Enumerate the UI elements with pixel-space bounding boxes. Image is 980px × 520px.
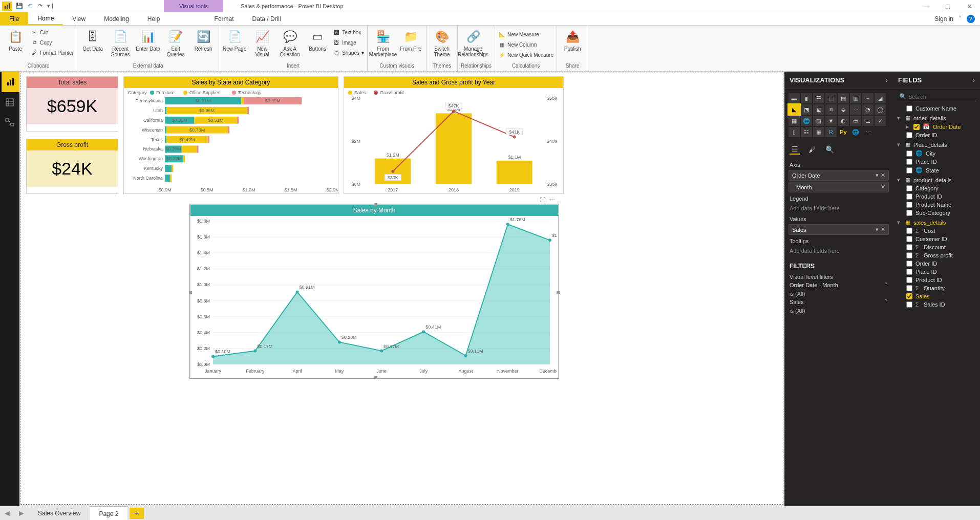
qat-dropdown[interactable]: ▾ | (45, 3, 55, 9)
signin-link[interactable]: Sign in (934, 15, 953, 23)
field-discount[interactable]: ΣDiscount (893, 243, 980, 251)
field-sales-id[interactable]: ΣSales ID (893, 300, 980, 309)
field-place-id[interactable]: Place ID (893, 158, 980, 166)
new-page-button[interactable]: 📄New Page (222, 28, 247, 52)
field-customer-name[interactable]: Customer Name (893, 104, 980, 113)
new-column-button[interactable]: ▦New Column (498, 40, 553, 49)
field-cost[interactable]: ΣCost (893, 227, 980, 235)
viz-ribbon[interactable]: ≋ (825, 104, 837, 115)
field-gross-profit[interactable]: ΣGross profit (893, 251, 980, 259)
viz-gauge[interactable]: ◐ (838, 116, 849, 126)
chart-sales-by-month[interactable]: ⛶ ⋯ Sales by Month $0.0M$0.2M$0.4M$0.6M$… (190, 204, 559, 378)
nav-data-icon[interactable] (0, 92, 19, 113)
viz-line[interactable]: ⌁ (862, 93, 874, 103)
table-order-details[interactable]: ▾▦order_details (893, 113, 980, 122)
new-quick-measure-button[interactable]: ⚡New Quick Measure (498, 50, 553, 59)
viz-donut[interactable]: ◯ (875, 104, 886, 115)
new-visual-button[interactable]: 📈New Visual (250, 28, 274, 57)
save-icon[interactable]: 💾 (14, 3, 25, 9)
new-measure-button[interactable]: 📐New Measure (498, 30, 553, 39)
collapse-icon[interactable]: › (973, 76, 975, 84)
from-file-button[interactable]: 📁From File (398, 28, 423, 52)
viz-100col[interactable]: ▥ (850, 93, 861, 103)
minimize-button[interactable]: — (915, 0, 937, 12)
field-order-id[interactable]: Order ID (893, 131, 980, 139)
format-tab-icon[interactable]: 🖌 (807, 144, 817, 155)
viz-stacked-col[interactable]: ▮ (801, 93, 812, 103)
viz-matrix[interactable]: ▦ (813, 127, 824, 137)
viz-clustered-bar[interactable]: ☰ (813, 93, 824, 103)
redo-icon[interactable]: ↷ (35, 3, 45, 9)
viz-filled-map[interactable]: ▨ (813, 116, 824, 126)
maximize-button[interactable]: ▢ (937, 0, 958, 12)
chart-sales-gp-year[interactable]: Sales and Gross profit by Year SalesGros… (344, 76, 564, 194)
field-product-id[interactable]: Product ID (893, 192, 980, 201)
viz-treemap[interactable]: ▦ (789, 116, 800, 126)
get-data-button[interactable]: 🗄Get Data (80, 28, 105, 52)
tab-datadrill[interactable]: Data / Drill (243, 12, 290, 25)
field-order-id-2[interactable]: Order ID (893, 259, 980, 268)
buttons-button[interactable]: ▭Buttons (305, 28, 330, 52)
nav-report-icon[interactable] (0, 72, 19, 92)
viz-multirow[interactable]: ☲ (862, 116, 874, 126)
tab-format[interactable]: Format (205, 12, 243, 25)
file-menu[interactable]: File (0, 12, 28, 25)
viz-line-col[interactable]: ⬔ (801, 104, 812, 115)
page-tab-1[interactable]: Sales Overview (29, 506, 90, 521)
from-marketplace-button[interactable]: 🏪From Marketplace (371, 28, 395, 57)
close-button[interactable]: ✕ (958, 0, 980, 12)
chart-sales-by-state[interactable]: Sales by State and Category CategoryFurn… (123, 76, 338, 194)
viz-stacked-area[interactable]: ◣ (789, 104, 800, 115)
remove-icon[interactable]: ✕ (879, 172, 885, 178)
field-product-name[interactable]: Product Name (893, 201, 980, 209)
well-axis-order-date[interactable]: Order Date▾✕ (789, 170, 889, 181)
copy-button[interactable]: ⧉Copy (31, 38, 74, 47)
table-place-details[interactable]: ▾▦Place_details (893, 139, 980, 149)
chevron-down-icon[interactable]: ˅ (958, 15, 962, 23)
focus-mode-icon[interactable]: ⛶ (540, 197, 545, 203)
paste-button[interactable]: 📋Paste (3, 28, 28, 52)
switch-theme-button[interactable]: 🎨Switch Theme (430, 28, 454, 57)
field-sub-category[interactable]: Sub-Category (893, 209, 980, 217)
field-sales[interactable]: Sales (893, 292, 980, 300)
tab-modeling[interactable]: Modeling (95, 12, 138, 25)
add-page-button[interactable]: + (130, 508, 144, 519)
table-product-details[interactable]: ▾▦product_details (893, 175, 980, 184)
well-legend-empty[interactable]: Add data fields here (789, 204, 889, 213)
fields-tab-icon[interactable]: ☰ (790, 144, 800, 155)
edit-queries-button[interactable]: 📝Edit Queries (163, 28, 188, 57)
search-input[interactable] (908, 94, 979, 100)
filter-order-date[interactable]: Order Date - Month˅ (784, 281, 893, 290)
viz-100bar[interactable]: ▤ (838, 93, 849, 103)
viz-pie[interactable]: ◔ (862, 104, 874, 115)
viz-scatter[interactable]: ⁘ (850, 104, 861, 115)
filter-sales[interactable]: Sales˅ (784, 298, 893, 307)
enter-data-button[interactable]: 📊Enter Data (136, 28, 160, 52)
viz-clustered-col[interactable]: ⬚ (825, 93, 837, 103)
remove-icon[interactable]: ✕ (879, 226, 885, 232)
tab-help[interactable]: Help (138, 12, 169, 25)
viz-area[interactable]: ◢ (875, 93, 886, 103)
collapse-icon[interactable]: › (886, 76, 888, 84)
field-quantity[interactable]: ΣQuantity (893, 284, 980, 292)
viz-map[interactable]: 🌐 (801, 116, 812, 126)
well-values-sales[interactable]: Sales▾✕ (789, 224, 889, 235)
page-tab-2[interactable]: Page 2 (90, 506, 127, 521)
viz-line-clust[interactable]: ⬕ (813, 104, 824, 115)
viz-kpi[interactable]: ✓ (875, 116, 886, 126)
field-state[interactable]: 🌐State (893, 166, 980, 175)
viz-card[interactable]: ▭ (850, 116, 861, 126)
card-gross-profit[interactable]: Gross profit $24K (26, 139, 118, 194)
analytics-tab-icon[interactable]: 🔍 (824, 144, 835, 155)
well-axis-month[interactable]: Month✕ (789, 182, 889, 192)
fields-search[interactable]: 🔍 (897, 92, 976, 101)
next-page-button[interactable]: ► (14, 509, 29, 518)
viz-waterfall[interactable]: ⬙ (838, 104, 849, 115)
viz-table[interactable]: ☷ (801, 127, 812, 137)
table-sales-details[interactable]: ▾▦sales_details (893, 217, 980, 227)
viz-slicer[interactable]: ▯ (789, 127, 800, 137)
well-tooltips-empty[interactable]: Add data fields here (789, 246, 889, 255)
viz-arc[interactable]: 🌐 (850, 127, 861, 137)
more-options-icon[interactable]: ⋯ (549, 197, 555, 203)
field-customer-id[interactable]: Customer ID (893, 235, 980, 243)
